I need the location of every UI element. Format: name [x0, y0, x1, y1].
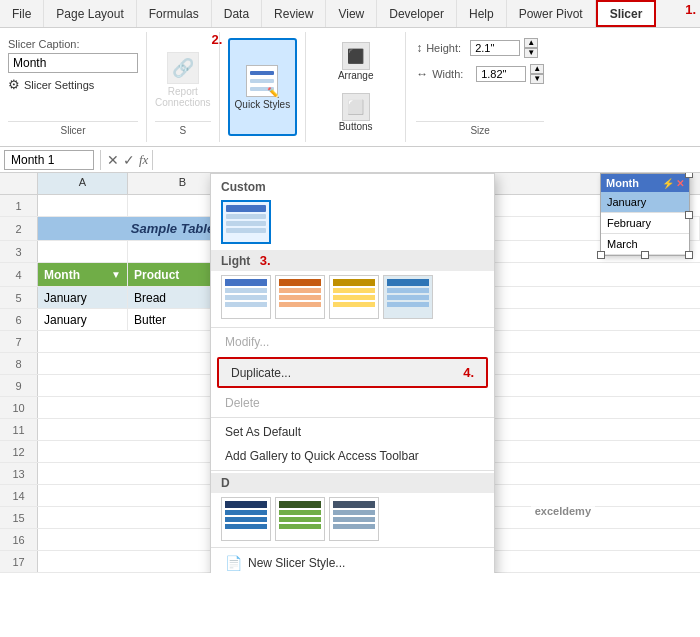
width-icon: ↔ — [416, 67, 428, 81]
cell-a5[interactable]: January — [38, 287, 128, 308]
slicer-item-february[interactable]: February — [601, 213, 689, 234]
buttons-btn[interactable]: ⬜ Buttons — [314, 89, 397, 136]
slicer-filter-icon[interactable]: ⚡ — [662, 178, 674, 189]
slicer-icons: ⚡ ✕ — [662, 178, 684, 189]
slicer-caption-input[interactable] — [8, 53, 138, 73]
dark-style-green[interactable] — [275, 497, 325, 541]
dark-styles-grid — [211, 493, 494, 545]
handle-bottom[interactable] — [641, 251, 649, 259]
light-style-teal[interactable] — [383, 275, 433, 319]
height-up[interactable]: ▲ — [524, 38, 538, 48]
width-label: Width: — [432, 68, 472, 80]
light-styles-grid — [211, 271, 494, 325]
report-connections-section: 🔗 ReportConnections S — [147, 32, 220, 142]
new-style-icon: 📄 — [225, 555, 242, 571]
light-style-blue[interactable] — [221, 275, 271, 319]
tab-power-pivot[interactable]: Power Pivot — [507, 0, 596, 27]
height-label: Height: — [426, 42, 466, 54]
menu-duplicate[interactable]: Duplicate... 4. — [217, 357, 488, 388]
custom-header: Custom — [211, 174, 494, 197]
row-col-spacer — [0, 173, 38, 194]
tab-slicer[interactable]: Slicer — [596, 0, 657, 27]
tab-page-layout[interactable]: Page Layout — [44, 0, 136, 27]
report-connections-btn[interactable]: 🔗 ReportConnections — [155, 38, 211, 121]
tab-review[interactable]: Review — [262, 0, 326, 27]
formula-input[interactable] — [157, 151, 696, 169]
slicer-title: Month — [606, 177, 639, 189]
row-num-12: 12 — [0, 441, 38, 462]
handle-top-right[interactable] — [685, 173, 693, 178]
slicer-clear-icon[interactable]: ✕ — [676, 178, 684, 189]
light-style-yellow[interactable] — [329, 275, 379, 319]
width-up[interactable]: ▲ — [530, 64, 544, 74]
tab-help[interactable]: Help — [457, 0, 507, 27]
menu-add-gallery[interactable]: Add Gallery to Quick Access Toolbar — [211, 444, 494, 468]
arrange-btn[interactable]: ⬛ Arrange — [314, 38, 397, 85]
height-input[interactable] — [470, 40, 520, 56]
name-box[interactable] — [4, 150, 94, 170]
handle-bottom-right[interactable] — [685, 251, 693, 259]
formula-divider — [100, 150, 101, 170]
formula-divider2 — [152, 150, 153, 170]
quick-styles-section: 2. ✏️ Quick Styles — [220, 32, 307, 142]
handle-bottom-left[interactable] — [597, 251, 605, 259]
row-num-13: 13 — [0, 463, 38, 484]
menu-set-default[interactable]: Set As Default — [211, 420, 494, 444]
quick-styles-label: Quick Styles — [235, 99, 291, 110]
cancel-icon[interactable]: ✕ — [107, 152, 119, 168]
quick-styles-icon: ✏️ — [246, 65, 278, 97]
row-num-8: 8 — [0, 353, 38, 374]
row-num-2: 2 — [0, 217, 38, 240]
row-num-14: 14 — [0, 485, 38, 506]
cell-a1[interactable] — [38, 195, 128, 216]
width-spinner: ▲ ▼ — [530, 64, 544, 84]
cell-a3[interactable] — [38, 241, 128, 262]
buttons-icon: ⬜ — [342, 93, 370, 121]
ribbon-tabs-row: File Page Layout Formulas Data Review Vi… — [0, 0, 700, 28]
new-style-label: New Slicer Style... — [248, 556, 345, 570]
quick-styles-btn[interactable]: ✏️ Quick Styles — [228, 38, 298, 136]
dark-style-blue[interactable] — [221, 497, 271, 541]
tab-formulas[interactable]: Formulas — [137, 0, 212, 27]
custom-style-item[interactable] — [221, 200, 271, 244]
menu-new-style[interactable]: 📄 New Slicer Style... — [211, 550, 494, 573]
height-icon: ↕ — [416, 41, 422, 55]
slicer-item-january[interactable]: January — [601, 192, 689, 213]
arrange-label: Arrange — [338, 70, 374, 81]
row-num-5: 5 — [0, 287, 38, 308]
cell-a6[interactable]: January — [38, 309, 128, 330]
row-num-10: 10 — [0, 397, 38, 418]
light-section-bg: Light 3. — [211, 250, 494, 271]
function-icon[interactable]: fx — [139, 152, 148, 168]
custom-styles-grid — [211, 197, 494, 250]
tab-view[interactable]: View — [326, 0, 377, 27]
dark-style-dark2[interactable] — [329, 497, 379, 541]
light-style-orange[interactable] — [275, 275, 325, 319]
row-num-1: 1 — [0, 195, 38, 216]
light-header: Light — [221, 254, 250, 268]
col-header-a[interactable]: A — [38, 173, 128, 194]
width-down[interactable]: ▼ — [530, 74, 544, 84]
formula-bar: ✕ ✓ fx — [0, 147, 700, 173]
arrange-icon: ⬛ — [342, 42, 370, 70]
tab-developer[interactable]: Developer — [377, 0, 457, 27]
height-row: ↕ Height: ▲ ▼ — [416, 38, 544, 58]
ribbon-content: Slicer Caption: ⚙ Slicer Settings Slicer… — [0, 28, 700, 147]
tab-data[interactable]: Data — [212, 0, 262, 27]
cell-a4-month[interactable]: Month ▼ — [38, 263, 128, 286]
width-input[interactable] — [476, 66, 526, 82]
height-down[interactable]: ▼ — [524, 48, 538, 58]
row-num-17: 17 — [0, 551, 38, 572]
height-spinner: ▲ ▼ — [524, 38, 538, 58]
menu-divider-1 — [211, 327, 494, 328]
slicer-settings-btn[interactable]: ⚙ Slicer Settings — [8, 77, 138, 92]
confirm-icon[interactable]: ✓ — [123, 152, 135, 168]
menu-delete[interactable]: Delete — [211, 391, 494, 415]
tab-file[interactable]: File — [0, 0, 44, 27]
menu-modify[interactable]: Modify... — [211, 330, 494, 354]
handle-right[interactable] — [685, 211, 693, 219]
spreadsheet-area: A B C D 1 2 Sample Table 3 4 Month ▼ Pro… — [0, 173, 700, 573]
menu-divider-3 — [211, 470, 494, 471]
arrange-buttons-section: ⬛ Arrange ⬜ Buttons — [306, 32, 406, 142]
slicer-caption-label: Slicer Caption: — [8, 38, 138, 50]
